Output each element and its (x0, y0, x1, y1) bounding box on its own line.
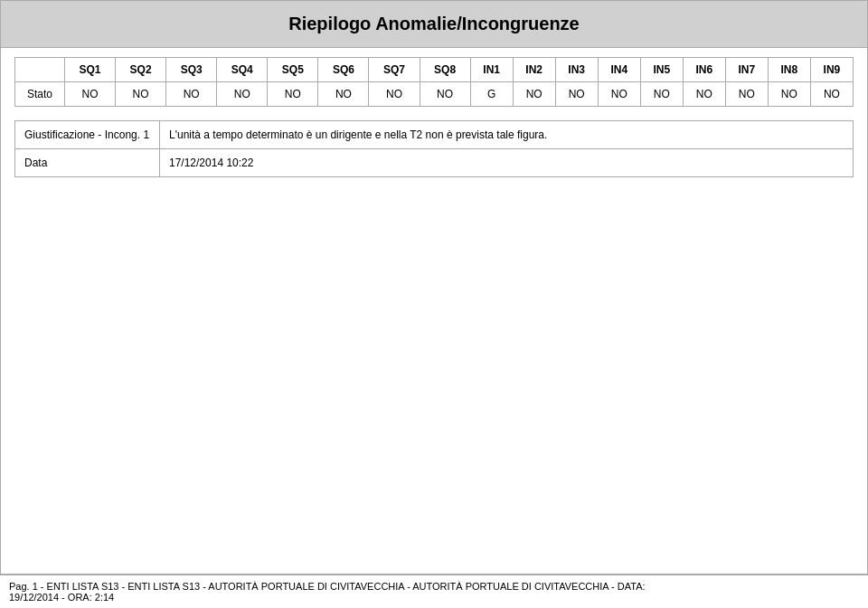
page-footer: Pag. 1 - ENTI LISTA S13 - ENTI LISTA S13… (0, 575, 868, 608)
col-header-in7: IN7 (725, 58, 768, 82)
detail-table: Giustificazione - Incong. 1 L'unità a te… (14, 120, 854, 177)
cell-in7: NO (725, 82, 768, 107)
main-content: SQ1 SQ2 SQ3 SQ4 SQ5 SQ6 SQ7 SQ8 IN1 IN2 … (0, 48, 868, 575)
col-header-in5: IN5 (640, 58, 683, 82)
cell-in4: NO (598, 82, 640, 107)
detail-row-data: Data 17/12/2014 10:22 (15, 149, 854, 177)
cell-in6: NO (683, 82, 725, 107)
cell-sq1: NO (65, 82, 116, 107)
col-header-sq2: SQ2 (116, 58, 166, 82)
table-header-row: SQ1 SQ2 SQ3 SQ4 SQ5 SQ6 SQ7 SQ8 IN1 IN2 … (15, 58, 854, 82)
cell-sq7: NO (369, 82, 420, 107)
cell-in2: NO (513, 82, 555, 107)
cell-sq6: NO (318, 82, 369, 107)
cell-in8: NO (768, 82, 810, 107)
footer-line1: Pag. 1 - ENTI LISTA S13 - ENTI LISTA S13… (9, 581, 859, 592)
col-header-sq3: SQ3 (166, 58, 217, 82)
cell-sq2: NO (116, 82, 166, 107)
giustificazione-label: Giustificazione - Incong. 1 (15, 121, 160, 149)
col-header-sq4: SQ4 (217, 58, 268, 82)
page-header: Riepilogo Anomalie/Incongruenze (0, 0, 868, 48)
page-wrapper: Riepilogo Anomalie/Incongruenze SQ1 SQ2 … (0, 0, 868, 608)
data-value: 17/12/2014 10:22 (160, 149, 854, 177)
page-title: Riepilogo Anomalie/Incongruenze (288, 14, 580, 33)
cell-sq4: NO (217, 82, 268, 107)
col-header-in2: IN2 (513, 58, 555, 82)
col-header-in3: IN3 (555, 58, 598, 82)
footer-line2: 19/12/2014 - ORA: 2:14 (9, 592, 859, 603)
stato-label: Stato (15, 82, 65, 107)
col-header-sq8: SQ8 (420, 58, 470, 82)
cell-in1: G (470, 82, 513, 107)
col-header-in8: IN8 (768, 58, 810, 82)
col-header-sq1: SQ1 (65, 58, 116, 82)
col-header-in4: IN4 (598, 58, 640, 82)
summary-table: SQ1 SQ2 SQ3 SQ4 SQ5 SQ6 SQ7 SQ8 IN1 IN2 … (14, 57, 854, 107)
col-header-in1: IN1 (470, 58, 513, 82)
table-row: Stato NO NO NO NO NO NO NO NO G NO NO NO… (15, 82, 854, 107)
cell-in3: NO (555, 82, 598, 107)
cell-sq5: NO (268, 82, 318, 107)
cell-in5: NO (640, 82, 683, 107)
col-header-sq5: SQ5 (268, 58, 318, 82)
col-header-sq6: SQ6 (318, 58, 369, 82)
col-header-empty (15, 58, 65, 82)
cell-sq8: NO (420, 82, 470, 107)
cell-in9: NO (810, 82, 853, 107)
cell-sq3: NO (166, 82, 217, 107)
col-header-sq7: SQ7 (369, 58, 420, 82)
data-label: Data (15, 149, 160, 177)
col-header-in9: IN9 (810, 58, 853, 82)
giustificazione-value: L'unità a tempo determinato è un dirigen… (160, 121, 854, 149)
col-header-in6: IN6 (683, 58, 725, 82)
detail-row-giustificazione: Giustificazione - Incong. 1 L'unità a te… (15, 121, 854, 149)
